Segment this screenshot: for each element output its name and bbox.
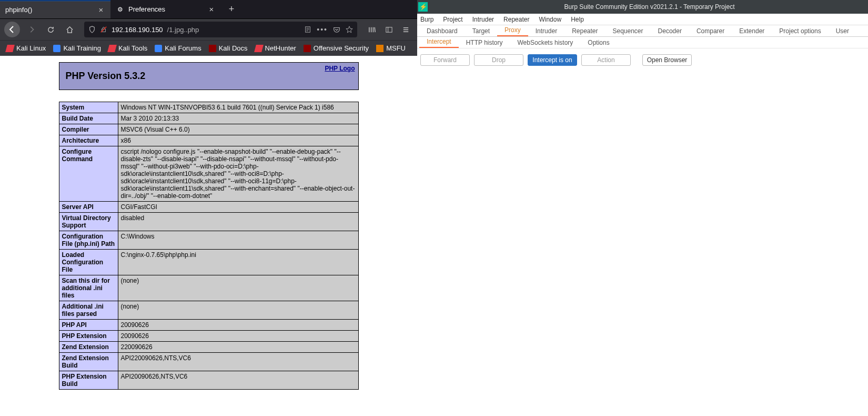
url-bar[interactable]: 192.168.190.150/1.jpg..php ••• xyxy=(84,22,357,37)
open-browser-button[interactable]: Open Browser xyxy=(642,54,692,66)
menu-item[interactable]: Intruder xyxy=(472,16,494,23)
info-key: Architecture xyxy=(59,135,118,146)
info-key: Scan this dir for additional .ini files xyxy=(59,275,118,301)
bookmark-label: Kali Tools xyxy=(118,44,147,52)
php-logo-link[interactable]: PHP Logo xyxy=(325,65,355,72)
menu-item[interactable]: Project xyxy=(443,16,462,23)
star-icon[interactable] xyxy=(346,26,353,33)
tab-title: Preferences xyxy=(128,5,207,13)
table-row: SystemWindows NT WIN-1TSNVOPBI53 6.1 bui… xyxy=(59,102,358,113)
info-value: 20090626 xyxy=(118,331,358,342)
bookmark-item[interactable]: Kali Docs xyxy=(206,42,251,54)
main-tab[interactable]: Extender xyxy=(732,26,772,36)
bookmark-item[interactable]: Kali Tools xyxy=(105,42,150,54)
table-row: Configuration File (php.ini) PathC:\Wind… xyxy=(59,231,358,250)
gear-icon: ⚙ xyxy=(116,5,124,14)
menu-item[interactable]: Burp xyxy=(420,16,433,23)
bookmark-item[interactable]: Offensive Security xyxy=(300,42,372,54)
bookmark-label: Kali Linux xyxy=(16,44,46,52)
bookmark-icon xyxy=(304,45,311,52)
bookmark-item[interactable]: Kali Forums xyxy=(152,42,204,54)
menu-item[interactable]: Repeater xyxy=(503,16,529,23)
bookmark-item[interactable]: Kali Training xyxy=(50,42,104,54)
phpinfo-table: SystemWindows NT WIN-1TSNVOPBI53 6.1 bui… xyxy=(59,102,359,390)
menu-item[interactable]: Window xyxy=(539,16,561,23)
sub-tab[interactable]: Options xyxy=(580,37,617,48)
reader-icon[interactable] xyxy=(304,26,311,33)
bookmark-icon xyxy=(155,45,162,52)
more-icon[interactable]: ••• xyxy=(317,25,328,34)
info-key: Compiler xyxy=(59,124,118,135)
sub-tab[interactable]: WebSockets history xyxy=(510,37,581,48)
main-tab[interactable]: Intruder xyxy=(528,26,564,36)
insecure-icon[interactable] xyxy=(100,26,107,33)
bookmark-item[interactable]: NetHunter xyxy=(252,42,299,54)
main-tab[interactable]: Comparer xyxy=(689,26,732,36)
main-tab[interactable]: Sequencer xyxy=(605,26,651,36)
table-row: PHP API20090626 xyxy=(59,320,358,331)
shield-icon[interactable] xyxy=(88,26,96,33)
main-tab[interactable]: Dashboard xyxy=(419,26,465,36)
menu-button[interactable] xyxy=(398,22,413,37)
forward-button[interactable] xyxy=(24,22,39,37)
info-key: Loaded Configuration File xyxy=(59,250,118,275)
burp-title: Burp Suite Community Edition v2021.2.1 -… xyxy=(431,3,868,11)
tab-preferences[interactable]: ⚙ Preferences × xyxy=(110,1,221,18)
reload-button[interactable] xyxy=(43,22,58,37)
table-row: PHP Extension BuildAPI20090626,NTS,VC6 xyxy=(59,371,358,390)
burp-window: ⚡ Burp Suite Community Edition v2021.2.1… xyxy=(417,0,868,416)
info-value: 20090626 xyxy=(118,320,358,331)
action-button[interactable]: Action xyxy=(581,54,631,66)
menu-item[interactable]: Help xyxy=(571,16,584,23)
bookmark-label: Kali Docs xyxy=(219,44,248,52)
back-button[interactable] xyxy=(4,22,20,37)
info-value: MSVC6 (Visual C++ 6.0) xyxy=(118,124,358,135)
pocket-icon[interactable] xyxy=(333,26,340,33)
main-tab[interactable]: Proxy xyxy=(497,25,528,36)
info-key: PHP Extension xyxy=(59,331,118,342)
firefox-window: phpinfo() × ⚙ Preferences × + xyxy=(0,0,417,416)
info-value: 220090626 xyxy=(118,342,358,353)
forward-button[interactable]: Forward xyxy=(420,54,470,66)
tab-phpinfo[interactable]: phpinfo() × xyxy=(0,1,110,18)
burp-main-tabs: DashboardTargetProxyIntruderRepeaterSequ… xyxy=(417,25,868,37)
main-tab[interactable]: Decoder xyxy=(651,26,689,36)
drop-button[interactable]: Drop xyxy=(474,54,523,66)
info-value: CGI/FastCGI xyxy=(118,202,358,213)
svg-rect-6 xyxy=(386,27,391,32)
main-tab[interactable]: User xyxy=(829,26,856,36)
nav-toolbar: 192.168.190.150/1.jpg..php ••• xyxy=(0,19,417,40)
bookmark-item[interactable]: MSFU xyxy=(373,42,409,54)
table-row: Loaded Configuration FileC:\nginx-0.7.65… xyxy=(59,250,358,275)
close-icon[interactable]: × xyxy=(207,5,216,14)
table-row: Build DateMar 3 2010 20:13:33 xyxy=(59,113,358,124)
burp-logo-icon: ⚡ xyxy=(418,2,428,12)
library-button[interactable] xyxy=(365,22,379,37)
info-key: Additional .ini files parsed xyxy=(59,301,118,320)
main-tab[interactable]: Project options xyxy=(772,26,828,36)
tab-title: phpinfo() xyxy=(5,6,97,14)
bookmark-item[interactable]: Kali Linux xyxy=(3,42,49,54)
table-row: Virtual Directory Supportdisabled xyxy=(59,213,358,231)
info-key: Configuration File (php.ini) Path xyxy=(59,231,118,250)
main-tab[interactable]: Target xyxy=(465,26,497,36)
bookmark-label: Kali Forums xyxy=(165,44,201,52)
sub-tab[interactable]: Intercept xyxy=(419,36,459,48)
sub-tab[interactable]: HTTP history xyxy=(459,37,510,48)
info-key: System xyxy=(59,102,118,113)
burp-sub-tabs: InterceptHTTP historyWebSockets historyO… xyxy=(417,37,868,48)
intercept-toggle-button[interactable]: Intercept is on xyxy=(528,54,577,66)
main-tab[interactable]: Repeater xyxy=(564,26,605,36)
bookmark-label: NetHunter xyxy=(265,44,296,52)
close-icon[interactable]: × xyxy=(97,5,105,14)
home-button[interactable] xyxy=(62,22,77,37)
info-key: PHP API xyxy=(59,320,118,331)
info-value: API220090626,NTS,VC6 xyxy=(118,353,358,371)
sidebar-button[interactable] xyxy=(381,22,396,37)
bookmark-icon xyxy=(209,45,216,52)
url-path: /1.jpg..php xyxy=(167,26,199,34)
page-content[interactable]: PHP Version 5.3.2 PHP Logo SystemWindows… xyxy=(0,56,417,416)
info-value: disabled xyxy=(118,213,358,231)
table-row: Configure Commandcscript /nologo configu… xyxy=(59,146,358,202)
new-tab-button[interactable]: + xyxy=(223,1,240,18)
